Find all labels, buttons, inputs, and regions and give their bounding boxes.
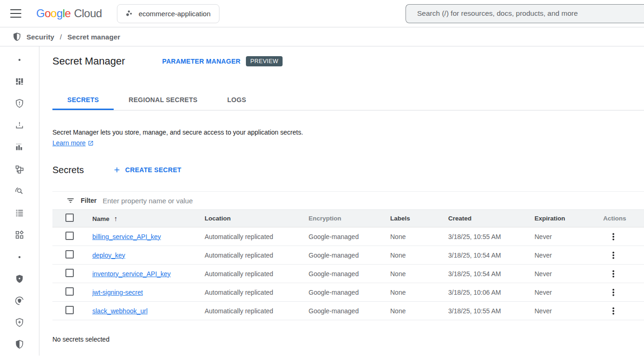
page-description: Secret Manager lets you store, manage, a… (52, 129, 644, 136)
secret-expiration: Never (535, 252, 603, 259)
table-row: jwt-signing-secret Automatically replica… (52, 283, 644, 302)
secret-encryption: Google-managed (309, 233, 390, 240)
row-actions-menu-button[interactable] (608, 268, 619, 279)
table-header-row: Name↑ Location Encryption Labels Created… (52, 210, 644, 227)
row-actions-menu-button[interactable] (608, 250, 619, 261)
secret-created: 3/18/25, 10:54 AM (448, 252, 535, 259)
shield-plus-icon[interactable] (0, 312, 39, 334)
row-checkbox[interactable] (65, 250, 74, 259)
kebab-menu-icon (609, 233, 618, 241)
tab-secrets[interactable]: SECRETS (52, 90, 114, 110)
column-header-expiration[interactable]: Expiration (535, 215, 603, 222)
secret-created: 3/18/25, 10:55 AM (448, 307, 535, 315)
sort-ascending-icon[interactable]: ↑ (114, 214, 118, 222)
secret-location: Automatically replicated (205, 252, 309, 259)
risk-overview-icon[interactable] (0, 71, 39, 92)
secret-created: 3/18/25, 10:55 AM (448, 233, 535, 240)
secret-labels: None (390, 233, 448, 240)
secret-name-link[interactable]: inventory_service_API_key (92, 270, 171, 278)
apps-diamond-icon[interactable] (0, 224, 39, 246)
analytics-bars-icon[interactable] (0, 136, 39, 158)
secret-location: Automatically replicated (205, 233, 309, 240)
secret-labels: None (390, 270, 448, 278)
main-content: Secret Manager PARAMETER MANAGER PREVIEW… (39, 46, 644, 356)
compliance-circle-shield-icon[interactable] (0, 290, 39, 311)
column-header-name[interactable]: Name↑ (92, 214, 205, 222)
scan-search-icon[interactable] (0, 180, 39, 202)
nav-dot-icon[interactable] (0, 246, 39, 268)
secret-created: 3/18/25, 10:54 AM (448, 270, 535, 278)
secret-name-link[interactable]: slack_webhook_url (92, 307, 148, 315)
google-cloud-logo: Google Cloud (36, 7, 102, 20)
global-search[interactable] (406, 4, 644, 23)
page-title: Secret Manager (52, 55, 125, 67)
row-checkbox[interactable] (65, 306, 74, 314)
security-half-shield-icon[interactable] (0, 334, 39, 356)
logo-google-word: Google (36, 7, 71, 20)
shield-filled-icon[interactable] (0, 268, 39, 290)
table-row: billing_service_API_key Automatically re… (52, 227, 644, 246)
filter-input[interactable] (103, 197, 644, 205)
secret-created: 3/18/25, 10:06 AM (448, 289, 535, 296)
row-actions-menu-button[interactable] (608, 287, 619, 298)
project-icon (126, 10, 133, 17)
row-checkbox[interactable] (65, 269, 74, 277)
secret-name-link[interactable]: jwt-signing-secret (92, 289, 143, 296)
row-actions-menu-button[interactable] (608, 305, 619, 317)
preview-badge: PREVIEW (246, 56, 282, 66)
filter-bar[interactable]: Filter (52, 192, 644, 210)
secret-encryption: Google-managed (309, 270, 390, 278)
secret-name-link[interactable]: deploy_key (92, 252, 125, 259)
row-checkbox[interactable] (65, 232, 74, 240)
list-icon[interactable] (0, 202, 39, 224)
nav-dot-icon[interactable] (0, 49, 39, 71)
kebab-menu-icon (609, 307, 618, 315)
secret-expiration: Never (535, 233, 603, 240)
project-name: ecommerce-application (139, 10, 211, 18)
create-secret-button[interactable]: CREATE SECRET (113, 166, 181, 174)
left-nav-rail (0, 46, 39, 356)
filter-label[interactable]: Filter (81, 197, 97, 204)
hierarchy-icon[interactable] (0, 158, 39, 180)
threats-shield-alert-icon[interactable] (0, 92, 39, 114)
secret-expiration: Never (535, 307, 603, 315)
tab-bar: SECRETS REGIONAL SECRETS LOGS (52, 90, 644, 110)
menu-icon[interactable] (10, 9, 21, 18)
row-actions-menu-button[interactable] (608, 231, 619, 242)
select-all-checkbox[interactable] (65, 214, 74, 222)
kebab-menu-icon (609, 270, 618, 278)
secret-encryption: Google-managed (309, 289, 390, 296)
table-row: deploy_key Automatically replicated Goog… (52, 246, 644, 265)
column-header-created[interactable]: Created (448, 215, 535, 222)
tab-logs[interactable]: LOGS (213, 90, 261, 110)
column-header-location[interactable]: Location (205, 215, 309, 222)
plus-icon (113, 166, 121, 174)
secret-name-link[interactable]: billing_service_API_key (92, 233, 161, 240)
breadcrumb-page: Secret manager (67, 33, 120, 41)
secret-labels: None (390, 252, 448, 259)
secret-location: Automatically replicated (205, 289, 309, 296)
filter-icon (66, 196, 75, 205)
secret-encryption: Google-managed (309, 252, 390, 259)
search-input[interactable] (406, 9, 644, 18)
security-shield-icon (12, 32, 22, 42)
findings-tray-icon[interactable] (0, 115, 39, 136)
kebab-menu-icon (609, 288, 618, 297)
secret-labels: None (390, 307, 448, 315)
secret-location: Automatically replicated (205, 270, 309, 278)
column-header-encryption: Encryption (309, 215, 390, 222)
project-selector[interactable]: ecommerce-application (117, 4, 219, 23)
parameter-manager-link[interactable]: PARAMETER MANAGER (162, 58, 241, 65)
breadcrumb-separator: / (59, 33, 63, 41)
logo-cloud-word: Cloud (74, 7, 102, 20)
create-secret-label: CREATE SECRET (125, 166, 181, 174)
column-header-actions: Actions (603, 215, 644, 222)
column-header-labels[interactable]: Labels (390, 215, 448, 222)
external-link-icon (88, 140, 94, 146)
breadcrumb-section[interactable]: Security (26, 33, 54, 41)
selection-status: No secrets selected (52, 336, 644, 343)
learn-more-link[interactable]: Learn more (52, 139, 86, 147)
row-checkbox[interactable] (65, 287, 74, 296)
tab-regional-secrets[interactable]: REGIONAL SECRETS (114, 90, 212, 110)
secret-expiration: Never (535, 270, 603, 278)
